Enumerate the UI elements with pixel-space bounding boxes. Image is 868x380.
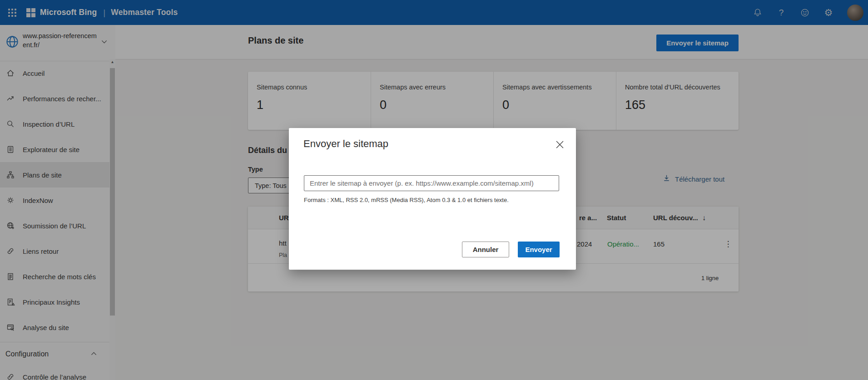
sitemap-url-input[interactable] xyxy=(304,175,559,191)
bing-webmaster-tools-app: Microsoft Bing | Webmaster Tools ? ⚙ xyxy=(0,0,868,380)
formats-note: Formats : XML, RSS 2.0, mRSS (Media RSS)… xyxy=(304,197,509,203)
modal-buttons: Annuler Envoyer xyxy=(462,242,560,257)
modal-submit-button[interactable]: Envoyer xyxy=(518,242,560,257)
close-icon[interactable] xyxy=(554,139,565,150)
cancel-button[interactable]: Annuler xyxy=(462,242,509,257)
submit-sitemap-modal: Envoyer le sitemap Formats : XML, RSS 2.… xyxy=(289,128,576,270)
modal-title: Envoyer le sitemap xyxy=(303,138,388,150)
